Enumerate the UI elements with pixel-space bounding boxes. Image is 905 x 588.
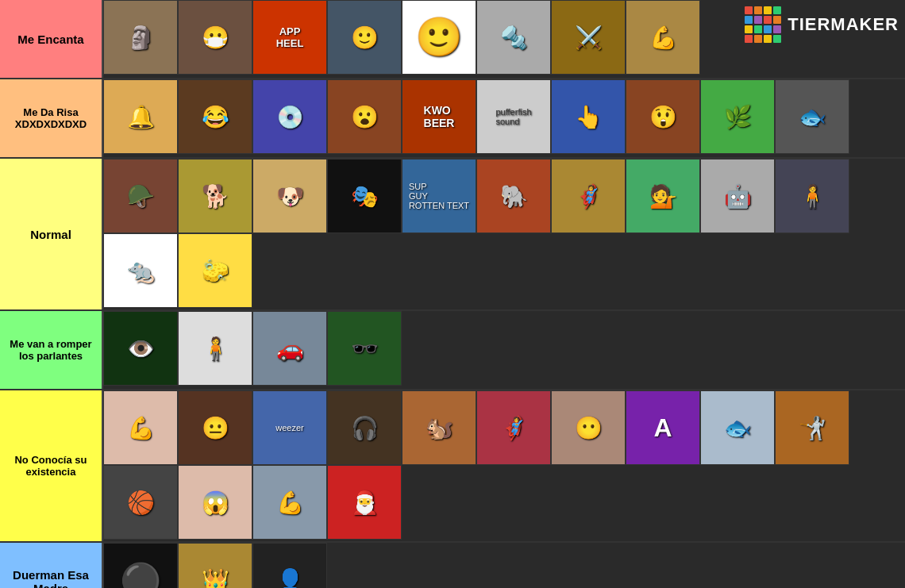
list-item[interactable]: 🐟 xyxy=(700,390,775,465)
logo-grid xyxy=(745,6,781,43)
list-item[interactable]: 🌿 xyxy=(700,79,775,154)
tier-items-duerman: ⚫ 👑 👤 xyxy=(102,543,905,588)
list-item[interactable]: 🙂 xyxy=(327,0,402,75)
list-item[interactable]: 🚗 xyxy=(252,311,327,386)
tier-row-romper: Me van a romper los parlantes 👁️ 🧍 🚗 🕶️ xyxy=(0,311,905,390)
list-item[interactable]: 💿 xyxy=(252,79,327,154)
list-item[interactable]: 💁 xyxy=(626,159,700,233)
list-item[interactable]: 🐕 xyxy=(178,159,252,233)
list-item[interactable]: 🧍 xyxy=(178,311,252,386)
list-item[interactable]: 👤 xyxy=(252,543,327,588)
tier-items-romper: 👁️ 🧍 🚗 🕶️ xyxy=(102,311,905,389)
tier-row-me-encanta: Me Encanta 🗿 😷 APPHEEL 🙂 🙂 🔩 ⚔️ 💪 xyxy=(0,0,905,79)
tier-label-romper: Me van a romper los parlantes xyxy=(0,311,102,389)
list-item[interactable]: 🪖 xyxy=(103,159,178,233)
list-item[interactable]: 👑 xyxy=(178,543,252,588)
tier-label-no-conocia: No Conocía su existencia xyxy=(0,390,102,541)
list-item[interactable]: 👆 xyxy=(551,79,626,154)
list-item[interactable]: 🎅 xyxy=(327,465,402,540)
list-item[interactable]: 🗿 xyxy=(103,0,178,75)
list-item[interactable]: 🎭 xyxy=(327,159,402,233)
tier-items-me-encanta: 🗿 😷 APPHEEL 🙂 🙂 🔩 ⚔️ 💪 xyxy=(102,0,905,78)
list-item[interactable]: 😲 xyxy=(626,79,700,154)
list-item[interactable]: 💪 xyxy=(103,390,178,465)
list-item[interactable]: 🧽 xyxy=(178,233,252,308)
list-item[interactable]: 🦸 xyxy=(476,390,551,465)
tier-items-no-conocia: 💪 😐 weezer 🎧 🐿️ 🦸 😶 A 🐟 🤺 🏀 😱 💪 🎅 xyxy=(102,390,905,541)
logo-text: TIERMAKER xyxy=(788,14,899,35)
list-item[interactable]: 😐 xyxy=(178,390,252,465)
list-item[interactable]: 🎧 xyxy=(327,390,402,465)
list-item[interactable]: 🤺 xyxy=(775,390,849,465)
list-item[interactable]: ⚫ xyxy=(103,543,178,588)
list-item[interactable]: SUPGUYROTTEN TEXT xyxy=(402,159,476,233)
list-item[interactable]: 🐟 xyxy=(775,79,849,154)
list-item[interactable]: 🙂 xyxy=(402,0,476,75)
list-item[interactable]: 😮 xyxy=(327,79,402,154)
list-item[interactable]: 🐶 xyxy=(252,159,327,233)
list-item[interactable]: 😶 xyxy=(551,390,626,465)
tier-label-duerman: Duerman Esa Madre xyxy=(0,543,102,588)
tier-row-duerman: Duerman Esa Madre ⚫ 👑 👤 xyxy=(0,543,905,588)
tier-row-no-conocia: No Conocía su existencia 💪 😐 weezer 🎧 🐿️… xyxy=(0,390,905,543)
list-item[interactable]: pufferfishsound xyxy=(476,79,551,154)
app-container: Me Encanta 🗿 😷 APPHEEL 🙂 🙂 🔩 ⚔️ 💪 xyxy=(0,0,905,588)
tier-items-normal: 🪖 🐕 🐶 🎭 SUPGUYROTTEN TEXT 🐘 🦸 💁 🤖 🧍 🐀 🧽 xyxy=(102,159,905,309)
tier-table: Me Encanta 🗿 😷 APPHEEL 🙂 🙂 🔩 ⚔️ 💪 xyxy=(0,0,905,588)
tier-label-normal: Normal xyxy=(0,159,102,309)
list-item[interactable]: 🔩 xyxy=(476,0,551,75)
list-item[interactable]: 🐘 xyxy=(476,159,551,233)
tiermaker-logo: TIERMAKER xyxy=(745,6,899,43)
list-item[interactable]: 💪 xyxy=(626,0,700,75)
list-item[interactable]: weezer xyxy=(252,390,327,465)
list-item[interactable]: 💪 xyxy=(252,465,327,540)
list-item[interactable]: 🔔 xyxy=(103,79,178,154)
tier-label-me-encanta: Me Encanta xyxy=(0,0,102,78)
tier-items-me-da-risa: 🔔 😂 💿 😮 KWOBEER pufferfishsound 👆 😲 🌿 🐟 xyxy=(102,79,905,157)
list-item[interactable]: 😷 xyxy=(178,0,252,75)
list-item[interactable]: 😂 xyxy=(178,79,252,154)
list-item[interactable]: 🤖 xyxy=(700,159,775,233)
list-item[interactable]: 🧍 xyxy=(775,159,849,233)
list-item[interactable]: 👁️ xyxy=(103,311,178,386)
list-item[interactable]: KWOBEER xyxy=(402,79,476,154)
list-item[interactable]: 🏀 xyxy=(103,465,178,540)
list-item[interactable]: 🐀 xyxy=(103,233,178,308)
list-item[interactable]: 🦸 xyxy=(551,159,626,233)
list-item[interactable]: APPHEEL xyxy=(252,0,327,75)
tier-row-normal: Normal 🪖 🐕 🐶 🎭 SUPGUYROTTEN TEXT 🐘 🦸 💁 🤖… xyxy=(0,159,905,311)
list-item[interactable]: ⚔️ xyxy=(551,0,626,75)
tier-row-me-da-risa: Me Da Risa XDXDXDXDXD 🔔 😂 💿 😮 KWOBEER pu… xyxy=(0,79,905,159)
list-item[interactable]: 🐿️ xyxy=(402,390,476,465)
list-item[interactable]: 🕶️ xyxy=(327,311,402,386)
list-item[interactable]: 😱 xyxy=(178,465,252,540)
tier-label-me-da-risa: Me Da Risa XDXDXDXDXD xyxy=(0,79,102,157)
list-item[interactable]: A xyxy=(626,390,700,465)
